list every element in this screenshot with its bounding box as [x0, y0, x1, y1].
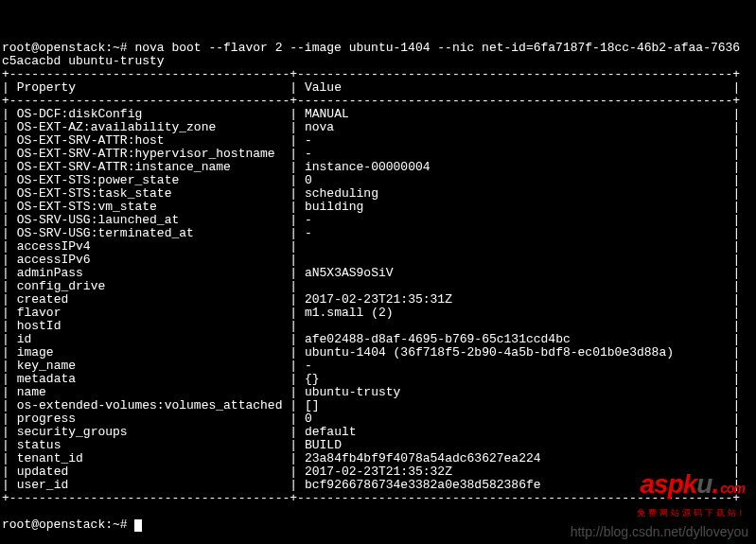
table-cell-property: OS-EXT-SRV-ATTR:host [17, 133, 283, 148]
table-cell-value [305, 239, 726, 254]
table-cell-value: 0 [305, 412, 726, 426]
table-cell-value: aN5X3AS9oSiV [305, 266, 726, 280]
table-cell-value: m1.small (2) [305, 306, 726, 320]
table-cell-property: adminPass [17, 266, 283, 280]
table-cell-property: OS-EXT-STS:vm_state [17, 200, 283, 214]
cursor[interactable] [134, 519, 142, 532]
command-line-cont: c5acacbd ubuntu-trusty [2, 54, 165, 68]
table-cell-property: created [17, 292, 283, 307]
table-cell-property: hostId [17, 319, 283, 333]
table-cell-property: os-extended-volumes:volumes_attached [17, 398, 283, 412]
table-cell-property: OS-DCF:diskConfig [17, 107, 283, 121]
table-cell-property: flavor [17, 306, 283, 320]
col-header-property: Property [17, 80, 283, 95]
table-cell-property: OS-EXT-SRV-ATTR:hypervisor_hostname [17, 147, 283, 161]
table-cell-value: 0 [305, 173, 726, 187]
table-cell-value: [] [305, 398, 726, 412]
table-cell-property: name [17, 385, 283, 399]
table-cell-value: scheduling [305, 186, 726, 201]
table-cell-property: accessIPv4 [17, 239, 283, 254]
table-cell-value: {} [305, 372, 726, 386]
terminal-output: root@openstack:~# nova boot --flavor 2 -… [2, 42, 754, 532]
shell-prompt: root@openstack:~# [2, 41, 134, 55]
table-cell-value: instance-00000004 [305, 160, 726, 174]
col-header-value: Value [305, 80, 726, 95]
table-cell-value: - [305, 133, 726, 148]
table-cell-property: OS-EXT-AZ:availability_zone [17, 120, 283, 134]
aspku-logo: aspku.com 免费网站源码下载站! [627, 465, 745, 533]
command-line: nova boot --flavor 2 --image ubuntu-1404… [134, 41, 740, 55]
table-cell-property: image [17, 345, 283, 360]
table-cell-property: key_name [17, 359, 283, 373]
table-cell-property: progress [17, 412, 283, 426]
table-cell-value: ubuntu-trusty [305, 385, 726, 399]
table-cell-property: OS-SRV-USG:launched_at [17, 213, 283, 227]
table-cell-value: 23a84fb4bf9f4078a54adc63627ea224 [305, 451, 726, 465]
table-cell-value: ubuntu-1404 (36f718f5-2b90-4a5b-bdf8-ec0… [305, 345, 726, 360]
table-cell-value: building [305, 200, 726, 214]
table-cell-value: default [305, 425, 726, 439]
table-cell-value [305, 319, 726, 333]
table-cell-property: metadata [17, 372, 283, 386]
csdn-watermark: http://blog.csdn.net/dylloveyou [571, 525, 748, 538]
table-cell-property: updated [17, 465, 283, 479]
table-cell-property: tenant_id [17, 451, 283, 465]
table-cell-property: status [17, 438, 283, 452]
table-cell-value: - [305, 359, 726, 373]
shell-prompt[interactable]: root@openstack:~# [2, 518, 134, 532]
table-cell-value: - [305, 147, 726, 161]
table-border-mid: +--------------------------------------+… [2, 94, 740, 108]
table-cell-value: 2017-02-23T21:35:31Z [305, 292, 726, 307]
table-cell-value: - [305, 213, 726, 227]
table-cell-value: MANUAL [305, 107, 726, 121]
table-cell-value: afe02488-d8af-4695-b769-65c131ccd4bc [305, 332, 726, 346]
table-cell-value: BUILD [305, 438, 726, 452]
table-cell-property: security_groups [17, 425, 283, 439]
table-cell-value [305, 253, 726, 267]
table-cell-property: OS-EXT-STS:task_state [17, 186, 283, 201]
table-cell-property: OS-EXT-SRV-ATTR:instance_name [17, 160, 283, 174]
table-cell-property: id [17, 332, 283, 346]
table-cell-value [305, 279, 726, 293]
table-cell-property: user_id [17, 478, 283, 492]
table-cell-value: - [305, 226, 726, 240]
table-cell-property: OS-SRV-USG:terminated_at [17, 226, 283, 240]
table-cell-value: nova [305, 120, 726, 134]
table-cell-property: config_drive [17, 279, 283, 293]
table-cell-property: accessIPv6 [17, 253, 283, 267]
table-cell-property: OS-EXT-STS:power_state [17, 173, 283, 187]
table-border-top: +--------------------------------------+… [2, 67, 740, 81]
